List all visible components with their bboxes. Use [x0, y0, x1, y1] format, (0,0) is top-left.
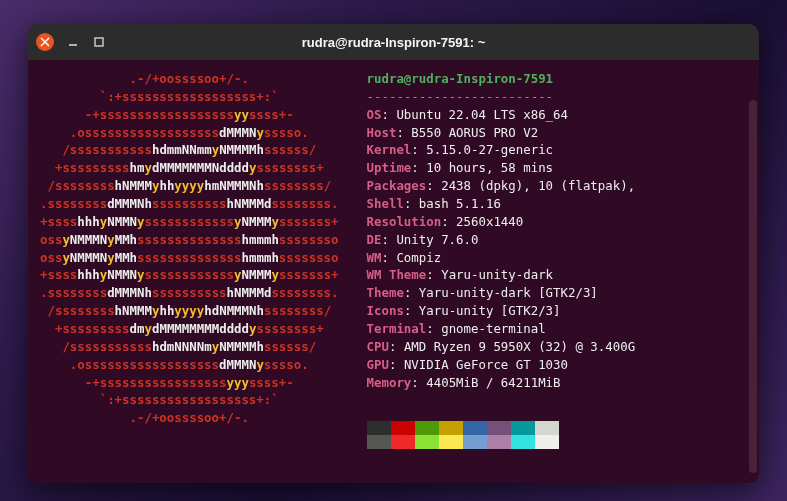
color-swatch	[535, 421, 559, 435]
color-swatch	[511, 421, 535, 435]
terminal-body[interactable]: .-/+oossssoo+/-. `:+ssssssssssssssssss+:…	[28, 60, 759, 483]
color-swatch	[391, 421, 415, 435]
window-title: rudra@rudra-Inspiron-7591: ~	[28, 35, 759, 50]
color-swatch	[391, 435, 415, 449]
terminal-window: rudra@rudra-Inspiron-7591: ~ .-/+oosssso…	[28, 24, 759, 483]
scrollbar-thumb[interactable]	[749, 100, 757, 473]
system-info: rudra@rudra-Inspiron-7591 --------------…	[367, 70, 636, 473]
maximize-button[interactable]	[92, 35, 106, 49]
color-swatch	[535, 435, 559, 449]
maximize-icon	[93, 36, 105, 48]
color-swatch	[415, 435, 439, 449]
color-swatch	[511, 435, 535, 449]
color-swatch	[415, 421, 439, 435]
color-swatch	[463, 421, 487, 435]
svg-rect-0	[95, 38, 103, 46]
color-swatch	[463, 435, 487, 449]
color-swatch	[367, 435, 391, 449]
color-swatch	[487, 421, 511, 435]
color-swatch	[367, 421, 391, 435]
minimize-icon	[67, 36, 79, 48]
titlebar[interactable]: rudra@rudra-Inspiron-7591: ~	[28, 24, 759, 60]
color-palette-row2	[367, 435, 636, 449]
window-controls	[36, 33, 106, 51]
close-icon	[40, 37, 50, 47]
ascii-logo: .-/+oossssoo+/-. `:+ssssssssssssssssss+:…	[40, 70, 339, 473]
color-palette-row1	[367, 421, 636, 435]
color-swatch	[439, 421, 463, 435]
scrollbar[interactable]	[749, 100, 757, 473]
color-swatch	[487, 435, 511, 449]
color-swatch	[439, 435, 463, 449]
close-button[interactable]	[36, 33, 54, 51]
minimize-button[interactable]	[66, 35, 80, 49]
